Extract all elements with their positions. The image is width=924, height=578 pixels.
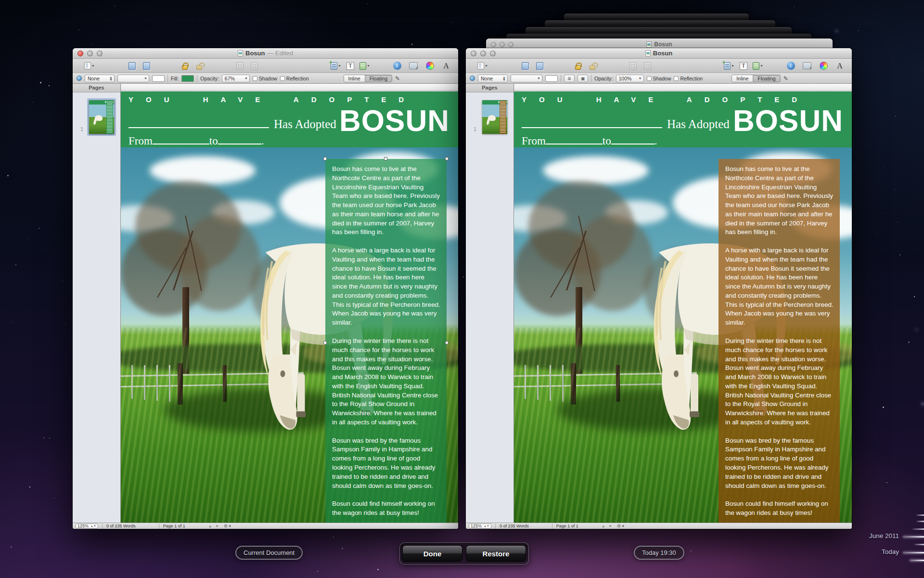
send-backward-icon[interactable] (534, 61, 545, 71)
media-icon[interactable] (408, 61, 419, 71)
inline-segment[interactable]: Inline (344, 75, 365, 82)
page-nav-arrows[interactable]: ▲ ▼ (602, 524, 613, 528)
minimize-button[interactable] (480, 51, 486, 56)
unlock-icon[interactable] (194, 61, 205, 71)
insert-menu-icon[interactable]: ▼ (331, 61, 341, 71)
story-paragraph: During the winter time there is not much… (725, 337, 834, 427)
text-box-icon[interactable]: T (345, 61, 356, 71)
current-document-window: Bosun — Edited ▼ ▼ T ▼ (73, 48, 458, 529)
document-header[interactable]: YOU HAVE ADOPTED Has Adopted Fromto. BOS… (121, 92, 458, 147)
inspector-icon[interactable]: i (392, 61, 402, 71)
selection-handle[interactable] (445, 157, 449, 160)
selection-handle[interactable] (323, 341, 327, 344)
pages-panel-header: Pages (466, 84, 513, 92)
wrap-dropdown[interactable]: None▲▼ (478, 75, 508, 82)
insert-menu-icon[interactable]: ▼ (724, 61, 734, 71)
name-blank (128, 115, 269, 128)
selection-handle[interactable] (445, 341, 449, 344)
reflection-checkbox[interactable]: Reflection (280, 76, 309, 81)
zoom-control[interactable]: 125%▲▼ (76, 524, 98, 528)
comment-pen-icon[interactable]: ✎ (783, 75, 788, 82)
table-icon[interactable]: ▼ (359, 61, 370, 71)
media-icon[interactable] (802, 61, 812, 71)
stroke-dropdown[interactable]: ▼ (117, 75, 149, 82)
shadow-checkbox[interactable]: Shadow (647, 76, 671, 81)
page-thumbnail[interactable]: BOSUN (480, 98, 509, 136)
timeline-tick[interactable] (912, 528, 924, 530)
previous-version-window: Bosun ▼ ▼ T ▼ (466, 48, 852, 529)
timeline-tick[interactable] (916, 521, 924, 522)
timeline-tick[interactable] (910, 560, 924, 561)
comment-pen-icon[interactable]: ✎ (395, 75, 400, 82)
stroke-color-well[interactable] (545, 75, 558, 82)
done-button[interactable]: Done (402, 545, 462, 562)
title-bar[interactable]: Bosun (466, 48, 852, 59)
page-thumbnail[interactable]: BOSUN (87, 98, 116, 136)
timeline-tick-june[interactable] (903, 536, 924, 538)
restore-button[interactable]: Restore (466, 545, 526, 562)
fonts-icon[interactable]: A (834, 61, 845, 71)
window-title: Bosun (466, 50, 852, 57)
story-paragraph: Bosun was bred by the famous Sampson Fam… (725, 436, 834, 491)
send-backward-icon[interactable] (141, 61, 152, 71)
wrap-dropdown[interactable]: None▲▼ (85, 75, 115, 82)
close-button[interactable] (77, 51, 83, 56)
colors-icon[interactable] (424, 61, 435, 71)
zoom-button[interactable] (97, 51, 103, 56)
timeline-tick[interactable] (914, 544, 924, 545)
lock-icon[interactable] (573, 61, 583, 71)
colors-icon[interactable] (818, 61, 829, 71)
current-document-label: Current Document (235, 546, 303, 560)
document-title: BOSUN (733, 105, 843, 136)
shadow-checkbox[interactable]: Shadow (253, 76, 277, 81)
selection-handle[interactable] (323, 157, 327, 160)
stroke-dropdown[interactable]: ▼ (511, 75, 542, 82)
opacity-dropdown[interactable]: 100%▼ (616, 75, 644, 82)
gear-menu-icon[interactable]: ⚙ ▾ (617, 524, 624, 528)
document-canvas[interactable]: YOU HAVE ADOPTED Has Adopted Fromto. BOS… (121, 84, 458, 523)
stroke-color-well[interactable] (152, 75, 165, 82)
text-box-icon[interactable]: T (738, 61, 749, 71)
bring-forward-icon[interactable] (520, 61, 530, 71)
title-bar[interactable]: Bosun — Edited (73, 48, 458, 59)
floating-segment[interactable]: Floating (753, 75, 780, 82)
story-text-box[interactable]: Bosun has come to live at the Northcote … (325, 159, 447, 523)
story-text-box[interactable]: Bosun has come to live at the Northcote … (719, 159, 840, 523)
view-menu-icon[interactable]: ▼ (477, 61, 488, 71)
page-indicator: Page 1 of 1 (163, 524, 185, 528)
alignment-button[interactable]: ≣ (564, 75, 575, 82)
timeline-tick[interactable] (916, 514, 924, 516)
zoom-control[interactable]: 125%▲▼ (469, 524, 491, 528)
inspector-icon[interactable]: i (785, 61, 796, 71)
inline-segment[interactable]: Inline (732, 75, 753, 82)
fill-color-well[interactable] (181, 75, 194, 82)
table-icon[interactable]: ▼ (753, 61, 763, 71)
zoom-button[interactable] (490, 51, 496, 56)
lock-icon[interactable] (180, 61, 190, 71)
document-header[interactable]: YOU HAVE ADOPTED Has Adopted Fromto. BOS… (514, 92, 852, 147)
close-button[interactable] (471, 51, 476, 56)
horse-photo-area[interactable]: Bosun has come to live at the Northcote … (514, 147, 852, 523)
timeline-tick-today[interactable] (903, 552, 924, 553)
instant-alpha-icon[interactable] (249, 61, 259, 71)
page-nav-arrows[interactable]: ▲ ▼ (208, 524, 220, 528)
fonts-icon[interactable]: A (441, 61, 451, 71)
instant-alpha-icon[interactable] (642, 61, 653, 71)
story-paragraph: Bosun has come to live at the Northcote … (332, 165, 441, 237)
floating-segment[interactable]: Floating (365, 75, 392, 82)
window-controls (491, 42, 513, 47)
story-paragraph: Bosun has come to live at the Northcote … (725, 165, 834, 237)
document-canvas[interactable]: YOU HAVE ADOPTED Has Adopted Fromto. BOS… (514, 84, 852, 523)
reflection-checkbox[interactable]: Reflection (674, 76, 703, 81)
mask-icon[interactable] (234, 61, 245, 71)
mask-icon[interactable] (628, 61, 638, 71)
wrap-button[interactable]: ▣ (578, 75, 588, 82)
opacity-dropdown[interactable]: 67%▼ (222, 75, 250, 82)
bring-forward-icon[interactable] (127, 61, 137, 71)
horse-photo-area[interactable]: Bosun has come to live at the Northcote … (121, 147, 458, 523)
minimize-button[interactable] (87, 51, 93, 56)
gear-menu-icon[interactable]: ⚙ ▾ (224, 524, 231, 528)
unlock-icon[interactable] (587, 61, 598, 71)
selection-handle[interactable] (384, 157, 387, 160)
view-menu-icon[interactable]: ▼ (84, 61, 95, 71)
